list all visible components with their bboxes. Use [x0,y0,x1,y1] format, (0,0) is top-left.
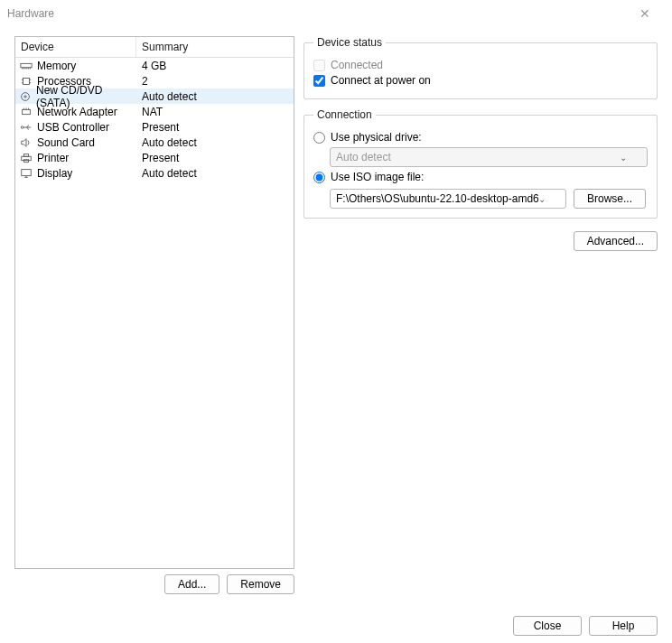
printer-icon [19,152,33,164]
device-summary: 2 [136,75,294,88]
svg-rect-26 [22,169,32,175]
table-row[interactable]: Network AdapterNAT [15,104,294,119]
iso-path-select[interactable]: F:\Others\OS\ubuntu-22.10-desktop-amd64.… [330,189,566,209]
iso-label: Use ISO image file: [331,171,424,183]
svg-point-13 [24,95,26,97]
usb-icon [19,121,33,134]
device-name: Sound Card [37,136,95,149]
sound-icon [19,136,33,149]
table-header: Device Summary [15,37,294,58]
device-summary: NAT [136,106,294,118]
table-row[interactable]: DisplayAuto detect [15,165,294,181]
device-table: Device Summary Memory4 GBProcessors2New … [14,36,294,569]
physical-drive-radio[interactable] [313,132,325,144]
svg-rect-0 [21,63,32,67]
help-button[interactable]: Help [589,616,658,636]
iso-path-value: F:\Others\OS\ubuntu-22.10-desktop-amd64.… [336,192,538,205]
remove-button[interactable]: Remove [227,574,294,594]
device-name: USB Controller [37,121,109,134]
device-summary: 4 GB [136,60,294,72]
table-row[interactable]: PrinterPresent [15,150,294,165]
close-button[interactable]: Close [513,616,582,636]
add-button[interactable]: Add... [164,574,219,594]
col-summary-header[interactable]: Summary [136,37,294,57]
device-status-legend: Device status [313,36,386,49]
chevron-down-icon: ⌄ [538,194,546,204]
device-name: Display [37,167,72,180]
device-name: Network Adapter [37,106,117,118]
device-summary: Auto detect [136,167,294,180]
table-row[interactable]: Memory4 GB [15,58,294,73]
device-name: Memory [37,60,76,72]
device-summary: Present [136,152,294,164]
device-name: Printer [37,152,69,164]
connected-checkbox[interactable] [313,60,325,71]
device-summary: Present [136,121,294,134]
physical-drive-label: Use physical drive: [331,131,422,144]
svg-point-18 [21,126,23,128]
svg-point-12 [22,92,30,100]
poweron-checkbox[interactable] [313,75,325,87]
physical-drive-value: Auto detect [336,151,391,163]
title-bar: Hardware ✕ [0,0,672,27]
device-summary: Auto detect [136,136,294,149]
browse-button[interactable]: Browse... [574,189,646,209]
table-row[interactable]: Sound CardAuto detect [15,135,294,150]
col-device-header[interactable]: Device [15,37,136,57]
poweron-label: Connect at power on [331,74,431,87]
svg-rect-14 [23,109,31,114]
advanced-button[interactable]: Advanced... [574,231,658,251]
svg-rect-24 [23,154,28,156]
display-icon [19,167,33,180]
window-title: Hardware [7,7,54,20]
svg-marker-22 [22,138,26,146]
connected-label: Connected [331,59,383,71]
connection-legend: Connection [313,108,376,121]
close-icon[interactable]: ✕ [625,6,665,21]
net-icon [19,106,33,118]
chevron-down-icon: ⌄ [620,153,627,163]
table-row[interactable]: USB ControllerPresent [15,119,294,135]
connection-group: Connection Use physical drive: Auto dete… [303,108,658,219]
physical-drive-select[interactable]: Auto detect ⌄ [330,147,648,167]
disc-icon [19,90,33,103]
table-row[interactable]: New CD/DVD (SATA)Auto detect [15,89,294,104]
memory-icon [19,60,33,72]
iso-radio[interactable] [313,172,325,183]
device-status-group: Device status Connected Connect at power… [303,36,658,99]
device-summary: Auto detect [136,90,294,103]
